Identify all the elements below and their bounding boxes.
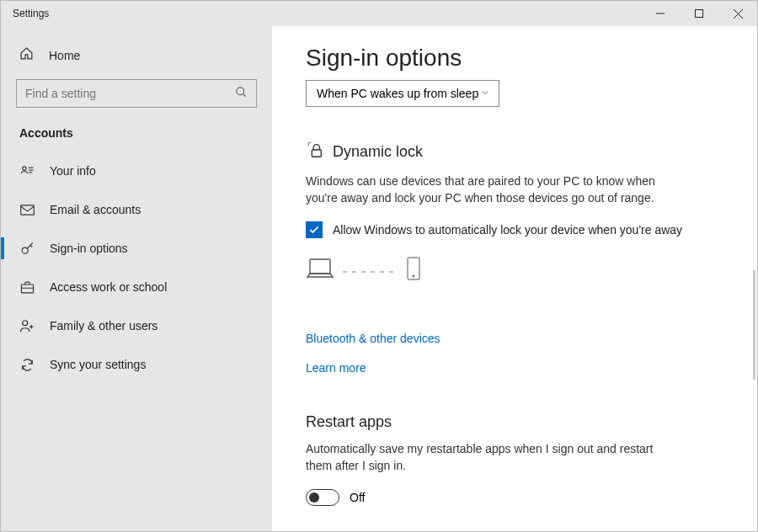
sidebar-item-family-users[interactable]: Family & other users <box>1 306 272 345</box>
device-pairing-graphic <box>306 257 723 284</box>
sidebar-item-label: Your info <box>50 164 96 178</box>
home-label: Home <box>49 49 80 62</box>
sidebar-item-sign-in-options[interactable]: Sign-in options <box>1 229 272 268</box>
sidebar-item-label: Family & other users <box>50 319 157 332</box>
home-icon <box>19 46 34 64</box>
svg-rect-1 <box>696 10 703 18</box>
search-box[interactable] <box>16 79 257 108</box>
sidebar-item-label: Email & accounts <box>50 203 141 216</box>
restart-apps-toggle-row: Off <box>306 489 723 506</box>
minimize-button[interactable] <box>641 1 680 26</box>
svg-rect-12 <box>21 284 33 292</box>
section-heading-text: Dynamic lock <box>333 143 423 161</box>
people-icon <box>19 319 35 333</box>
window-controls <box>641 1 757 26</box>
check-icon <box>308 224 320 236</box>
titlebar: Settings <box>1 1 757 26</box>
svg-point-4 <box>237 87 244 94</box>
restart-apps-toggle[interactable] <box>306 489 339 506</box>
briefcase-icon <box>19 281 35 294</box>
svg-point-6 <box>22 166 25 169</box>
toggle-label: Off <box>350 491 365 504</box>
sidebar-item-label: Access work or school <box>50 280 167 294</box>
phone-icon <box>407 257 420 284</box>
main-content: Sign-in options When PC wakes up from sl… <box>272 26 757 531</box>
restart-apps-heading: Restart apps <box>306 413 723 431</box>
chevron-down-icon <box>480 87 490 100</box>
checkbox-label: Allow Windows to automatically lock your… <box>333 223 682 237</box>
svg-line-5 <box>243 93 245 96</box>
connection-dashes-icon <box>343 263 398 278</box>
dynamic-lock-icon <box>306 141 324 163</box>
maximize-icon <box>695 9 703 18</box>
toggle-knob <box>309 492 319 503</box>
dynamic-lock-description: Windows can use devices that are paired … <box>306 173 668 206</box>
restart-apps-description: Automatically save my restartable apps w… <box>306 441 668 474</box>
sidebar-item-access-work-school[interactable]: Access work or school <box>1 268 272 306</box>
sidebar-item-your-info[interactable]: Your info <box>1 152 272 190</box>
page-title: Sign-in options <box>306 45 723 72</box>
minimize-icon <box>656 9 665 18</box>
section-heading-text: Restart apps <box>306 413 392 431</box>
sidebar-item-label: Sign-in options <box>50 242 128 255</box>
svg-rect-10 <box>20 205 34 214</box>
svg-rect-17 <box>310 259 330 274</box>
close-icon <box>734 9 743 19</box>
settings-window: Settings Home <box>0 0 758 532</box>
close-button[interactable] <box>718 1 757 26</box>
dropdown-value: When PC wakes up from sleep <box>317 87 478 100</box>
key-icon <box>19 242 35 256</box>
sidebar-item-email-accounts[interactable]: Email & accounts <box>1 190 272 229</box>
dynamic-lock-heading: Dynamic lock <box>306 141 723 163</box>
mail-icon <box>19 205 35 215</box>
sidebar-nav: Your info Email & accounts Sign-in optio… <box>1 152 272 384</box>
svg-rect-16 <box>312 150 321 157</box>
svg-point-11 <box>22 247 28 253</box>
learn-more-link[interactable]: Learn more <box>306 361 366 375</box>
bluetooth-devices-link[interactable]: Bluetooth & other devices <box>306 332 440 345</box>
window-title: Settings <box>1 8 49 19</box>
maximize-button[interactable] <box>680 1 718 26</box>
home-nav[interactable]: Home <box>1 41 272 79</box>
svg-point-13 <box>23 320 28 325</box>
require-signin-dropdown[interactable]: When PC wakes up from sleep <box>306 80 499 107</box>
sidebar: Home Accounts Your info <box>1 26 272 531</box>
scrollbar[interactable] <box>753 270 755 380</box>
search-icon <box>235 86 248 102</box>
search-input[interactable] <box>25 87 235 100</box>
laptop-icon <box>306 258 334 283</box>
sync-icon <box>19 358 35 372</box>
search-wrap <box>1 79 272 123</box>
dynamic-lock-checkbox[interactable] <box>306 221 323 238</box>
sidebar-category: Accounts <box>1 123 272 152</box>
person-card-icon <box>19 164 35 178</box>
sidebar-item-label: Sync your settings <box>50 358 146 371</box>
sidebar-item-sync-settings[interactable]: Sync your settings <box>1 345 272 384</box>
dynamic-lock-checkbox-row: Allow Windows to automatically lock your… <box>306 221 723 238</box>
window-body: Home Accounts Your info <box>1 26 757 531</box>
svg-point-20 <box>413 275 414 277</box>
